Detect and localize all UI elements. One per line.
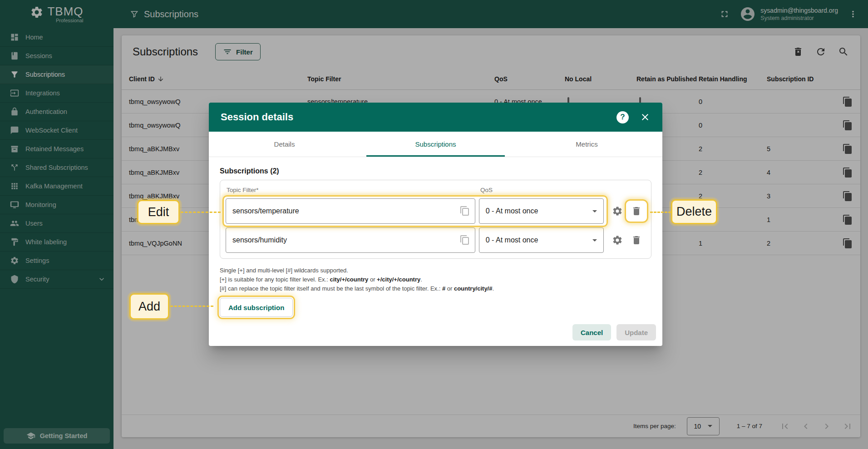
session-details-dialog: Session details ? Details Subscriptions … [209, 103, 662, 346]
delete-subscription-trash-icon[interactable] [627, 231, 646, 249]
dialog-tabs: Details Subscriptions Metrics [209, 132, 662, 157]
edit-annotation-connector [181, 212, 221, 213]
add-annotation-connector [170, 306, 213, 307]
cancel-button[interactable]: Cancel [572, 324, 611, 340]
tab-metrics[interactable]: Metrics [511, 132, 662, 157]
help-icon[interactable]: ? [616, 111, 629, 123]
subscription-row: sensors/temperature 0 - At most once [226, 198, 646, 224]
hint-line: [#] can replace the topic filter itself … [220, 284, 651, 293]
dialog-title: Session details [221, 111, 293, 123]
dropdown-caret-icon [592, 239, 597, 242]
field-labels-row: Topic Filter* QoS [226, 186, 646, 196]
qos-select[interactable]: 0 - At most once [479, 227, 604, 253]
subscriptions-form-card: Topic Filter* QoS sensors/temperature 0 … [220, 180, 651, 259]
subscription-options-gear-icon[interactable] [608, 202, 626, 220]
qos-value: 0 - At most once [486, 207, 538, 215]
hint-line: Single [+] and multi-level [#] wildcards… [220, 266, 651, 275]
subscriptions-count-title: Subscriptions (2) [220, 167, 651, 175]
delete-subscription-trash-icon[interactable] [627, 202, 646, 220]
topic-filter-value: sensors/temperature [232, 207, 459, 215]
qos-select[interactable]: 0 - At most once [479, 198, 604, 224]
dropdown-caret-icon [592, 210, 597, 212]
qos-value: 0 - At most once [486, 236, 538, 244]
hint-line: [+] is suitable for any topic filter lev… [220, 275, 651, 284]
tab-subscriptions[interactable]: Subscriptions [360, 132, 511, 157]
edit-annotation-callout: Edit [137, 200, 180, 224]
qos-label: QoS [480, 187, 493, 193]
delete-annotation-connector [650, 212, 671, 213]
add-annotation-callout: Add [129, 293, 169, 320]
app-root: TBMQ Professional Subscriptions sysadmin… [0, 0, 868, 449]
delete-annotation-callout: Delete [671, 199, 717, 224]
topic-filter-input[interactable]: sensors/humidity [226, 227, 475, 253]
wildcard-hints: Single [+] and multi-level [#] wildcards… [220, 266, 651, 293]
subscription-row: sensors/humidity 0 - At most once [226, 227, 646, 253]
subscription-options-gear-icon[interactable] [608, 231, 626, 249]
dialog-header: Session details ? [209, 103, 662, 132]
update-button[interactable]: Update [616, 324, 656, 340]
tab-details[interactable]: Details [209, 132, 360, 157]
copy-icon[interactable] [459, 235, 470, 246]
copy-icon[interactable] [459, 206, 470, 217]
topic-filter-label: Topic Filter* [227, 187, 259, 193]
add-subscription-button[interactable]: Add subscription [220, 298, 293, 317]
topic-filter-input[interactable]: sensors/temperature [226, 198, 475, 224]
close-icon[interactable] [640, 112, 651, 123]
dialog-footer: Cancel Update [572, 324, 656, 340]
topic-filter-value: sensors/humidity [232, 236, 459, 244]
dialog-body: Subscriptions (2) Topic Filter* QoS sens… [209, 157, 662, 346]
